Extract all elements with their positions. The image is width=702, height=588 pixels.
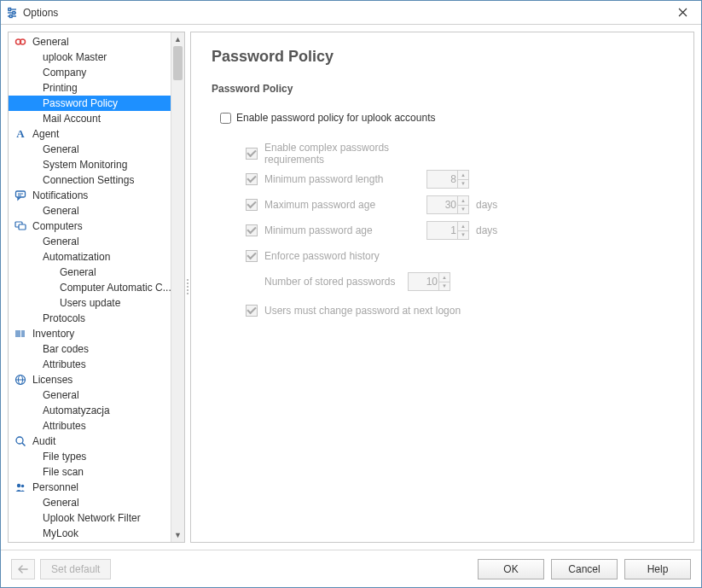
- tree-label: Personnel: [32, 481, 78, 493]
- tree-label: General: [32, 36, 69, 48]
- tree-label: File scan: [43, 466, 84, 478]
- tree-node-uplook-master[interactable]: uplook Master: [9, 49, 171, 65]
- tree-label: Company: [43, 67, 86, 79]
- tree-label: General: [60, 266, 96, 278]
- options-icon: [6, 7, 18, 19]
- tree-node-automatization[interactable]: Automatization: [9, 249, 171, 265]
- checkbox-disabled-icon: [246, 173, 258, 185]
- scroll-thumb[interactable]: [173, 46, 183, 80]
- tree-node-personnel[interactable]: Personnel: [9, 480, 171, 495]
- tree-label: General: [43, 205, 79, 217]
- tree-node-computer-automatic[interactable]: Computer Automatic C...: [9, 280, 171, 295]
- tree-node-inventory[interactable]: Inventory: [9, 326, 171, 341]
- enable-policy-input[interactable]: [220, 113, 231, 124]
- back-icon: [11, 559, 35, 579]
- tree-node-bar-codes[interactable]: Bar codes: [9, 341, 171, 357]
- ok-button[interactable]: OK: [478, 559, 544, 579]
- chat-icon: [14, 189, 27, 202]
- tree-node-agent-general[interactable]: General: [9, 142, 171, 157]
- tree-node-mylook[interactable]: MyLook: [9, 526, 171, 541]
- min-age-label: Minimum password age: [264, 224, 426, 236]
- tree-node-users-update[interactable]: Users update: [9, 295, 171, 311]
- tree-node-audit[interactable]: Audit: [9, 434, 171, 449]
- globe-icon: [14, 373, 27, 387]
- tree-label: MyLook: [43, 527, 78, 539]
- complex-passwords-label: Enable complex passwords requirements: [264, 142, 426, 166]
- svg-rect-4: [13, 11, 15, 14]
- tree-node-company[interactable]: Company: [9, 65, 171, 80]
- section-label: Password Policy: [212, 83, 673, 95]
- tree-node-licenses[interactable]: Licenses: [9, 372, 171, 387]
- stored-passwords-label: Number of stored passwords: [264, 276, 408, 288]
- min-length-value: 8: [450, 173, 456, 185]
- tree-label: Inventory: [32, 328, 74, 340]
- tree-node-computers-general[interactable]: General: [9, 234, 171, 249]
- tree-node-notifications-general[interactable]: General: [9, 203, 171, 218]
- tree-node-personnel-general[interactable]: General: [9, 495, 171, 510]
- min-length-row: Minimum password length 8 ▲▼: [246, 166, 673, 192]
- enable-policy-checkbox[interactable]: Enable password policy for uplook accoun…: [220, 112, 673, 124]
- scroll-up-icon[interactable]: ▲: [171, 32, 184, 46]
- stored-passwords-value: 10: [426, 276, 438, 288]
- max-age-stepper: 30 ▲▼: [426, 195, 469, 214]
- max-age-value: 30: [445, 199, 456, 211]
- gear-icon: [14, 35, 27, 49]
- scroll-down-icon[interactable]: ▼: [171, 528, 184, 542]
- tree-node-inventory-attributes[interactable]: Attributes: [9, 357, 171, 372]
- complex-passwords-row: Enable complex passwords requirements: [246, 141, 673, 166]
- tree-node-mail-account[interactable]: Mail Account: [9, 111, 171, 126]
- checkbox-disabled-icon: [246, 224, 258, 236]
- spinner-icon: ▲▼: [457, 196, 468, 213]
- tree-label: Automatyzacja: [43, 405, 110, 416]
- tree-label: Attributes: [43, 420, 86, 432]
- stored-passwords-stepper: 10 ▲▼: [408, 272, 450, 291]
- tree-node-agent[interactable]: A Agent: [9, 126, 171, 142]
- tree-label: Licenses: [32, 374, 73, 386]
- tree-label: Mail Account: [43, 113, 101, 125]
- tree-label: Notifications: [32, 189, 88, 201]
- spinner-icon: ▲▼: [457, 222, 468, 239]
- tree-node-notifications[interactable]: Notifications: [9, 188, 171, 203]
- titlebar: Options: [1, 1, 701, 25]
- magnifier-icon: [14, 434, 27, 448]
- tree-scroll[interactable]: General uplook Master Company Printing P…: [9, 32, 184, 542]
- tree-node-licenses-attributes[interactable]: Attributes: [9, 418, 171, 434]
- tree-node-automatyzacja[interactable]: Automatyzacja: [9, 403, 171, 418]
- tree-node-connection-settings[interactable]: Connection Settings: [9, 172, 171, 188]
- tree-node-protocols[interactable]: Protocols: [9, 311, 171, 326]
- cancel-button[interactable]: Cancel: [551, 559, 618, 579]
- nav-tree: General uplook Master Company Printing P…: [8, 32, 185, 543]
- tree-node-password-policy[interactable]: Password Policy: [9, 96, 171, 111]
- help-button[interactable]: Help: [624, 559, 691, 579]
- window-title: Options: [23, 7, 58, 19]
- close-icon[interactable]: [669, 3, 696, 22]
- tree-label: File types: [43, 451, 86, 463]
- main-panel: Password Policy Password Policy Enable p…: [190, 32, 694, 543]
- svg-point-21: [16, 437, 23, 444]
- policy-options-group: Enable complex passwords requirements Mi…: [246, 141, 673, 323]
- svg-point-24: [21, 485, 25, 488]
- tree-label: Connection Settings: [43, 174, 134, 186]
- checkbox-disabled-icon: [246, 305, 258, 317]
- tree-label: Password Policy: [43, 97, 118, 109]
- tree-node-file-scan[interactable]: File scan: [9, 464, 171, 480]
- tree-label: Audit: [32, 435, 55, 447]
- tree-node-system-monitoring[interactable]: System Monitoring: [9, 157, 171, 172]
- tree-node-printing[interactable]: Printing: [9, 80, 171, 96]
- tree-node-uplook-network-filter[interactable]: Uplook Network Filter: [9, 510, 171, 526]
- tree-label: General: [43, 236, 79, 247]
- tree-label: Users update: [60, 297, 120, 309]
- max-age-row: Maximum password age 30 ▲▼ days: [246, 192, 673, 218]
- tree-node-computers[interactable]: Computers: [9, 218, 171, 234]
- barcode-icon: [14, 327, 27, 341]
- tree-label: uplook Master: [43, 51, 107, 63]
- tree-label: Automatization: [43, 251, 110, 263]
- tree-scrollbar[interactable]: ▲ ▼: [171, 32, 184, 542]
- tree-node-auto-general[interactable]: General: [9, 265, 171, 280]
- options-window: Options General uplook Master Company Pr…: [0, 0, 702, 588]
- tree-node-general[interactable]: General: [9, 34, 171, 49]
- tree-node-licenses-general[interactable]: General: [9, 387, 171, 403]
- tree-label: Computer Automatic C...: [60, 282, 171, 294]
- tree-node-file-types[interactable]: File types: [9, 449, 171, 464]
- stored-passwords-row: Number of stored passwords 10 ▲▼: [246, 269, 673, 294]
